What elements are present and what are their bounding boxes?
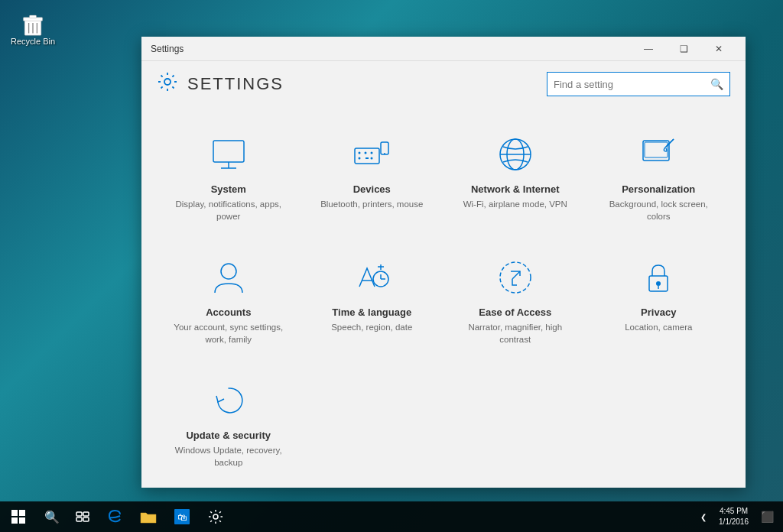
network-desc: Wi-Fi, airplane mode, VPN <box>463 198 567 210</box>
svg-rect-2 <box>30 15 37 18</box>
taskbar-search-icon: 🔍 <box>44 510 60 524</box>
system-name: System <box>211 183 246 195</box>
personalization-desc: Background, lock screen, colors <box>599 198 719 222</box>
svg-point-27 <box>221 264 236 279</box>
svg-point-34 <box>500 262 531 293</box>
time-icon <box>350 256 393 299</box>
taskbar-store-button[interactable]: 🛍 <box>165 501 199 532</box>
update-name: Update & security <box>186 430 271 441</box>
ease-name: Ease of Access <box>479 307 551 318</box>
start-button[interactable] <box>0 501 37 532</box>
svg-point-45 <box>213 514 218 519</box>
taskbar-tray: ❮ 4:45 PM 1/1/2016 ⬛ <box>697 503 783 530</box>
show-desktop-button[interactable]: ⬛ <box>758 511 777 523</box>
ease-icon <box>494 256 537 299</box>
taskbar-edge-button[interactable] <box>98 501 132 532</box>
taskbar-apps: 🛍 <box>98 501 697 532</box>
svg-point-6 <box>164 79 171 85</box>
svg-line-26 <box>664 144 669 148</box>
svg-line-35 <box>512 271 520 279</box>
accounts-desc: Your account, sync settings, work, famil… <box>169 321 288 345</box>
search-button[interactable]: 🔍 <box>710 78 723 90</box>
privacy-icon <box>637 256 680 299</box>
svg-rect-7 <box>213 141 244 162</box>
network-icon <box>494 133 537 176</box>
settings-item-ease[interactable]: Ease of Access Narrator, magnifier, high… <box>443 238 587 361</box>
window-title: Settings <box>151 44 631 54</box>
settings-window: Settings — ❑ ✕ SETTINGS 🔍 <box>141 37 746 488</box>
taskbar-taskview-button[interactable] <box>67 501 98 532</box>
accounts-name: Accounts <box>206 307 251 318</box>
network-name: Network & Internet <box>471 183 560 195</box>
titlebar: Settings — ❑ ✕ <box>141 37 746 61</box>
time-name: Time & language <box>332 307 411 318</box>
settings-content: System Display, notifications, apps, pow… <box>141 107 746 488</box>
close-button[interactable]: ✕ <box>701 37 736 61</box>
settings-item-update[interactable]: Update & security Windows Update, recove… <box>157 361 301 484</box>
svg-rect-42 <box>83 517 89 521</box>
window-controls: — ❑ ✕ <box>631 37 736 61</box>
system-desc: Display, notifications, apps, power <box>169 198 288 222</box>
devices-desc: Bluetooth, printers, mouse <box>320 198 423 210</box>
desktop: Recycle Bin Settings — ❑ ✕ SETTINGS <box>0 0 783 532</box>
accounts-icon <box>207 256 250 299</box>
svg-text:🛍: 🛍 <box>177 511 187 523</box>
svg-rect-41 <box>76 517 82 521</box>
taskview-icon <box>76 511 89 522</box>
tray-chevron-icon[interactable]: ❮ <box>697 510 710 524</box>
devices-icon <box>350 133 393 176</box>
personalization-name: Personalization <box>622 183 695 195</box>
settings-item-personalization[interactable]: Personalization Background, lock screen,… <box>587 115 731 238</box>
taskbar: 🔍 <box>0 501 783 532</box>
recycle-bin-label: Recycle Bin <box>11 37 55 46</box>
settings-header: SETTINGS 🔍 <box>141 61 746 107</box>
update-icon <box>207 379 250 422</box>
settings-item-accounts[interactable]: Accounts Your account, sync settings, wo… <box>157 238 301 361</box>
settings-item-privacy[interactable]: Privacy Location, camera <box>587 238 731 361</box>
settings-item-system[interactable]: System Display, notifications, apps, pow… <box>157 115 301 238</box>
svg-rect-17 <box>381 142 388 154</box>
taskbar-time: 4:45 PM 1/1/2016 <box>713 503 755 530</box>
edge-icon <box>106 508 123 525</box>
time-desc: Speech, region, date <box>331 321 412 333</box>
settings-item-network[interactable]: Network & Internet Wi-Fi, airplane mode,… <box>443 115 587 238</box>
privacy-name: Privacy <box>641 307 676 318</box>
svg-point-37 <box>656 281 661 286</box>
gear-icon <box>157 71 178 97</box>
clock-time: 4:45 PM <box>719 506 749 517</box>
recycle-bin-icon[interactable]: Recycle Bin <box>6 6 60 49</box>
settings-item-time[interactable]: Time & language Speech, region, date <box>301 238 444 361</box>
personalization-icon <box>637 133 680 176</box>
settings-title: SETTINGS <box>187 74 538 94</box>
folder-icon <box>140 510 157 524</box>
store-icon: 🛍 <box>174 509 190 524</box>
windows-logo-icon <box>11 510 25 524</box>
system-icon <box>207 133 250 176</box>
taskbar-explorer-button[interactable] <box>132 501 165 532</box>
taskbar-settings-icon <box>208 509 223 524</box>
clock-date: 1/1/2016 <box>719 517 749 527</box>
ease-desc: Narrator, magnifier, high contrast <box>456 321 575 345</box>
devices-name: Devices <box>353 183 391 195</box>
maximize-button[interactable]: ❑ <box>666 37 701 61</box>
svg-rect-39 <box>76 512 82 516</box>
svg-rect-10 <box>355 148 379 164</box>
update-desc: Windows Update, recovery, backup <box>169 444 288 469</box>
minimize-button[interactable]: — <box>631 37 666 61</box>
taskbar-settings-button[interactable] <box>199 501 232 532</box>
settings-grid: System Display, notifications, apps, pow… <box>157 115 730 485</box>
search-input[interactable] <box>554 79 710 90</box>
privacy-desc: Location, camera <box>625 321 692 333</box>
settings-item-devices[interactable]: Devices Bluetooth, printers, mouse <box>301 115 444 238</box>
taskbar-search-button[interactable]: 🔍 <box>37 501 67 532</box>
search-box: 🔍 <box>547 72 730 96</box>
svg-rect-40 <box>83 512 89 516</box>
